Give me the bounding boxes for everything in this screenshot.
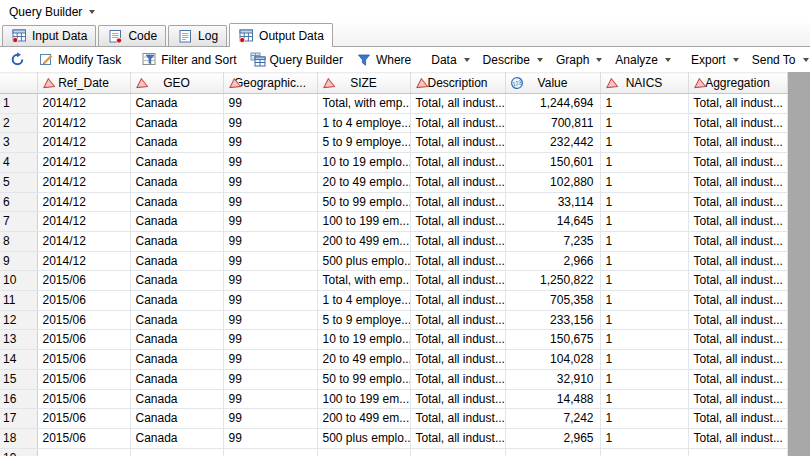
- cell-size[interactable]: 200 to 499 em...: [317, 409, 410, 429]
- cell-geo[interactable]: Canada: [130, 94, 223, 114]
- row-number-cell[interactable]: 15: [0, 369, 37, 389]
- cell-geographic[interactable]: 99: [223, 310, 317, 330]
- cell-size[interactable]: 50 to 99 emplo...: [317, 369, 410, 389]
- cell-geo[interactable]: Canada: [130, 350, 223, 370]
- filter-and-sort-button[interactable]: Filter and Sort: [135, 49, 242, 71]
- cell-value[interactable]: 700,811: [505, 113, 600, 133]
- cell-value[interactable]: 1,250,822: [505, 271, 600, 291]
- column-header-ref_date[interactable]: Ref_Date: [37, 73, 130, 94]
- column-header-geographic[interactable]: Geographic...: [223, 73, 317, 94]
- row-number-cell[interactable]: 19: [0, 448, 37, 456]
- cell-ref_date[interactable]: 2015/06: [37, 409, 130, 429]
- cell-geographic[interactable]: 99: [223, 350, 317, 370]
- column-header-aggregation[interactable]: Aggregation: [688, 73, 787, 94]
- cell-aggregation[interactable]: Total, all indust...: [688, 192, 787, 212]
- cell-naics[interactable]: 1: [600, 291, 688, 311]
- cell-value[interactable]: 104,028: [505, 350, 600, 370]
- cell-geo[interactable]: Canada: [130, 369, 223, 389]
- tab-input-data[interactable]: Input Data: [2, 25, 96, 46]
- cell-value[interactable]: 14,488: [505, 389, 600, 409]
- cell-ref_date[interactable]: 2015/06: [37, 330, 130, 350]
- row-number-cell[interactable]: 5: [0, 172, 37, 192]
- cell-geographic[interactable]: 99: [223, 153, 317, 173]
- cell-description[interactable]: [410, 448, 505, 456]
- row-number-cell[interactable]: 7: [0, 212, 37, 232]
- row-number-cell[interactable]: 18: [0, 428, 37, 448]
- cell-geo[interactable]: Canada: [130, 310, 223, 330]
- cell-geographic[interactable]: 99: [223, 133, 317, 153]
- row-number-cell[interactable]: 12: [0, 310, 37, 330]
- query-builder-menu-button[interactable]: Query Builder: [5, 3, 99, 21]
- cell-naics[interactable]: 1: [600, 212, 688, 232]
- cell-aggregation[interactable]: Total, all indust...: [688, 133, 787, 153]
- cell-value[interactable]: 150,675: [505, 330, 600, 350]
- cell-description[interactable]: Total, all indust...: [410, 389, 505, 409]
- cell-geographic[interactable]: 99: [223, 271, 317, 291]
- cell-geographic[interactable]: 99: [223, 428, 317, 448]
- cell-aggregation[interactable]: Total, all indust...: [688, 94, 787, 114]
- column-header-description[interactable]: Description: [410, 73, 505, 94]
- modify-task-button[interactable]: Modify Task: [32, 49, 127, 71]
- cell-aggregation[interactable]: Total, all indust...: [688, 212, 787, 232]
- cell-naics[interactable]: [600, 448, 688, 456]
- cell-geo[interactable]: [130, 448, 223, 456]
- cell-description[interactable]: Total, all indust...: [410, 212, 505, 232]
- cell-size[interactable]: Total, with emp...: [317, 271, 410, 291]
- cell-size[interactable]: [317, 448, 410, 456]
- cell-aggregation[interactable]: Total, all indust...: [688, 409, 787, 429]
- cell-size[interactable]: 1 to 4 employe...: [317, 113, 410, 133]
- cell-naics[interactable]: 1: [600, 428, 688, 448]
- cell-naics[interactable]: 1: [600, 231, 688, 251]
- cell-description[interactable]: Total, all indust...: [410, 133, 505, 153]
- send-to-menu[interactable]: Send To: [746, 50, 810, 70]
- cell-description[interactable]: Total, all indust...: [410, 330, 505, 350]
- cell-value[interactable]: 102,880: [505, 172, 600, 192]
- cell-geographic[interactable]: 99: [223, 409, 317, 429]
- where-button[interactable]: Where: [350, 49, 417, 71]
- cell-naics[interactable]: 1: [600, 350, 688, 370]
- cell-geo[interactable]: Canada: [130, 133, 223, 153]
- cell-ref_date[interactable]: 2015/06: [37, 369, 130, 389]
- cell-geo[interactable]: Canada: [130, 231, 223, 251]
- describe-menu[interactable]: Describe: [477, 50, 549, 70]
- cell-ref_date[interactable]: 2014/12: [37, 172, 130, 192]
- cell-geo[interactable]: Canada: [130, 251, 223, 271]
- cell-description[interactable]: Total, all indust...: [410, 271, 505, 291]
- cell-ref_date[interactable]: 2015/06: [37, 428, 130, 448]
- cell-description[interactable]: Total, all indust...: [410, 231, 505, 251]
- cell-geo[interactable]: Canada: [130, 330, 223, 350]
- cell-ref_date[interactable]: 2014/12: [37, 212, 130, 232]
- cell-naics[interactable]: 1: [600, 172, 688, 192]
- cell-geographic[interactable]: 99: [223, 172, 317, 192]
- row-number-cell[interactable]: 11: [0, 291, 37, 311]
- cell-value[interactable]: 2,965: [505, 428, 600, 448]
- cell-geographic[interactable]: 99: [223, 291, 317, 311]
- cell-value[interactable]: 150,601: [505, 153, 600, 173]
- cell-aggregation[interactable]: Total, all indust...: [688, 251, 787, 271]
- cell-ref_date[interactable]: 2014/12: [37, 94, 130, 114]
- cell-geo[interactable]: Canada: [130, 428, 223, 448]
- cell-description[interactable]: Total, all indust...: [410, 409, 505, 429]
- cell-geo[interactable]: Canada: [130, 389, 223, 409]
- column-header-row-number[interactable]: [0, 73, 37, 94]
- cell-value[interactable]: 2,966: [505, 251, 600, 271]
- refresh-button[interactable]: [3, 49, 31, 71]
- cell-naics[interactable]: 1: [600, 369, 688, 389]
- cell-value[interactable]: 14,645: [505, 212, 600, 232]
- cell-value[interactable]: 7,242: [505, 409, 600, 429]
- cell-ref_date[interactable]: 2014/12: [37, 231, 130, 251]
- export-menu[interactable]: Export: [685, 50, 745, 70]
- row-number-cell[interactable]: 6: [0, 192, 37, 212]
- cell-geographic[interactable]: 99: [223, 94, 317, 114]
- cell-ref_date[interactable]: [37, 448, 130, 456]
- cell-naics[interactable]: 1: [600, 330, 688, 350]
- cell-size[interactable]: 20 to 49 emplo...: [317, 172, 410, 192]
- cell-ref_date[interactable]: 2015/06: [37, 310, 130, 330]
- cell-description[interactable]: Total, all indust...: [410, 153, 505, 173]
- cell-size[interactable]: 100 to 199 em...: [317, 389, 410, 409]
- cell-naics[interactable]: 1: [600, 271, 688, 291]
- query-builder-button[interactable]: Query Builder: [244, 49, 349, 71]
- cell-geographic[interactable]: 99: [223, 389, 317, 409]
- row-number-cell[interactable]: 17: [0, 409, 37, 429]
- cell-geographic[interactable]: 99: [223, 231, 317, 251]
